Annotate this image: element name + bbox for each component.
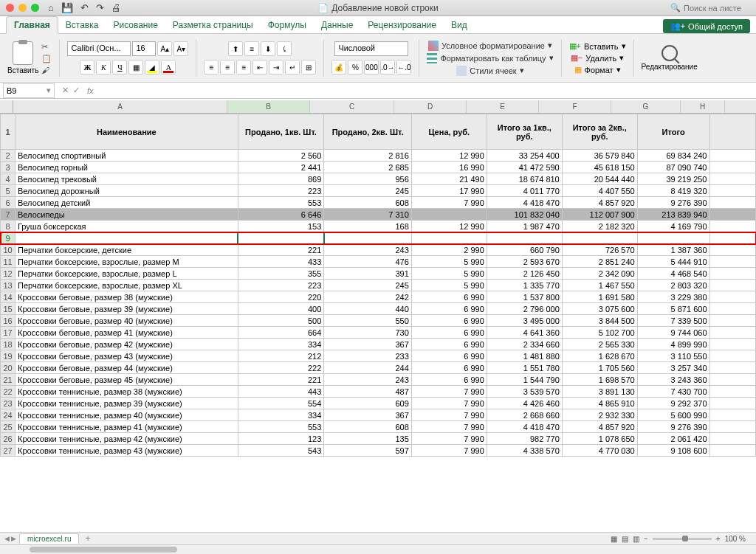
cell[interactable]: 2 126 450	[487, 268, 562, 280]
cell[interactable]: 20 544 440	[562, 173, 637, 185]
cell[interactable]: 730	[324, 327, 412, 339]
underline-button[interactable]: Ч	[112, 60, 127, 75]
cell[interactable]: 5 600 990	[637, 409, 709, 421]
cell[interactable]	[709, 433, 756, 445]
cell[interactable]: Кроссовки беговые, размер 42 (мужские)	[16, 339, 238, 350]
zoom-out-icon[interactable]: −	[644, 535, 648, 543]
paste-button[interactable]: Вставить	[7, 41, 38, 75]
row-header[interactable]: 9	[1, 232, 16, 244]
cancel-formula-icon[interactable]: ✕	[62, 86, 69, 95]
header-cell[interactable]: Продано, 1кв. Шт.	[238, 114, 324, 150]
cell[interactable]: Кроссовки теннисные, размер 42 (мужские)	[16, 433, 238, 445]
cell[interactable]: 2 342 090	[562, 268, 637, 280]
tab-view[interactable]: Вид	[444, 17, 475, 33]
cell[interactable]: 168	[324, 221, 412, 232]
cell[interactable]: 1 551 780	[487, 362, 562, 374]
cell[interactable]: 609	[324, 398, 412, 409]
cell[interactable]	[16, 232, 238, 244]
cell[interactable]	[709, 173, 756, 185]
cell[interactable]	[709, 280, 756, 291]
copy-icon[interactable]: 📋	[41, 54, 52, 63]
cell[interactable]: 12 990	[411, 221, 487, 232]
cell[interactable]: 3 229 380	[637, 291, 709, 303]
cell[interactable]: 1 691 580	[562, 291, 637, 303]
cell[interactable]: 956	[324, 173, 412, 185]
cell[interactable]: 334	[238, 339, 324, 350]
cell[interactable]	[709, 209, 756, 221]
cell[interactable]: 553	[238, 421, 324, 433]
cell[interactable]: 543	[238, 445, 324, 457]
align-middle-icon[interactable]: ≡	[244, 41, 259, 56]
cell[interactable]: 112 007 900	[562, 209, 637, 221]
decrease-font-icon[interactable]: A▾	[173, 41, 188, 56]
cell[interactable]: Велосипед горный	[16, 162, 238, 173]
bold-button[interactable]: Ж	[80, 60, 94, 75]
cell[interactable]: 7 990	[411, 398, 487, 409]
cell[interactable]: 1 387 360	[637, 244, 709, 256]
cell[interactable]: Кроссовки беговые, размер 39 (мужские)	[16, 303, 238, 315]
cell[interactable]: 7 990	[411, 421, 487, 433]
cell[interactable]: 18 674 810	[487, 173, 562, 185]
cell[interactable]: 2 932 330	[562, 409, 637, 421]
cell[interactable]: Перчатки боксерские, взрослые, размер XL	[16, 280, 238, 291]
cell[interactable]: 12 990	[411, 150, 487, 162]
wrap-text-icon[interactable]: ↵	[285, 60, 300, 75]
cell[interactable]: Велосипед детский	[16, 197, 238, 209]
font-name-select[interactable]: Calibri (Осн...	[67, 41, 131, 56]
cell[interactable]: 4 338 570	[487, 445, 562, 457]
col-header-D[interactable]: D	[394, 100, 467, 113]
cell[interactable]: 6 646	[238, 209, 324, 221]
cell[interactable]: 135	[324, 433, 412, 445]
cell[interactable]: 391	[324, 268, 412, 280]
view-normal-icon[interactable]: ▦	[611, 535, 617, 543]
zoom-in-icon[interactable]: +	[716, 535, 721, 543]
cell[interactable]: 6 990	[411, 315, 487, 327]
delete-cells-button[interactable]: ▦−Удалить ▾	[571, 53, 624, 63]
col-header-B[interactable]: B	[227, 100, 310, 113]
view-break-icon[interactable]: ▥	[633, 535, 639, 543]
row-header[interactable]: 22	[1, 386, 16, 398]
cell[interactable]	[709, 162, 756, 173]
cell[interactable]: 476	[324, 256, 412, 268]
cell[interactable]	[709, 350, 756, 362]
align-top-icon[interactable]: ⬆	[228, 41, 243, 56]
col-header-C[interactable]: C	[310, 100, 394, 113]
row-header[interactable]: 1	[1, 114, 16, 150]
cell[interactable]: 2 560	[238, 150, 324, 162]
cell[interactable]: 17 990	[411, 185, 487, 197]
cell[interactable]: 4 426 460	[487, 398, 562, 409]
cell[interactable]: 608	[324, 197, 412, 209]
cell-styles-button[interactable]: Стили ячеек ▾	[456, 66, 523, 76]
cell[interactable]: 4 418 470	[487, 421, 562, 433]
cell[interactable]: 220	[238, 291, 324, 303]
fx-icon[interactable]: fx	[84, 86, 97, 95]
cell[interactable]: 5 871 600	[637, 303, 709, 315]
cell[interactable]: Кроссовки беговые, размер 43 (мужские)	[16, 350, 238, 362]
cell[interactable]: 5 990	[411, 280, 487, 291]
increase-decimal-icon[interactable]: .0→	[380, 60, 395, 75]
cell[interactable]: 2 816	[324, 150, 412, 162]
cell[interactable]: 7 990	[411, 409, 487, 421]
tab-review[interactable]: Рецензирование	[360, 17, 444, 33]
cell[interactable]: 242	[324, 291, 412, 303]
cell[interactable]: Перчатки боксерские, взрослые, размер L	[16, 268, 238, 280]
redo-icon[interactable]: ↷	[96, 2, 104, 13]
row-header[interactable]: 18	[1, 339, 16, 350]
cell[interactable]: 334	[238, 409, 324, 421]
cell[interactable]: 4 899 990	[637, 339, 709, 350]
cell[interactable]: 2 441	[238, 162, 324, 173]
editing-button[interactable]: Редактирование	[642, 45, 698, 71]
cell[interactable]: 6 990	[411, 362, 487, 374]
cell[interactable]: 7 310	[324, 209, 412, 221]
cell[interactable]: 7 339 500	[637, 315, 709, 327]
header-cell[interactable]: Цена, руб.	[411, 114, 487, 150]
cell[interactable]: 4 011 770	[487, 185, 562, 197]
cell[interactable]: 3 257 340	[637, 362, 709, 374]
cell[interactable]: Велосипед трековый	[16, 173, 238, 185]
cell[interactable]	[709, 185, 756, 197]
cell[interactable]: 87 090 740	[637, 162, 709, 173]
indent-increase-icon[interactable]: ⇥	[269, 60, 284, 75]
cell[interactable]: 36 579 840	[562, 150, 637, 162]
cell[interactable]: 4 641 360	[487, 327, 562, 339]
cell[interactable]: 3 495 000	[487, 315, 562, 327]
